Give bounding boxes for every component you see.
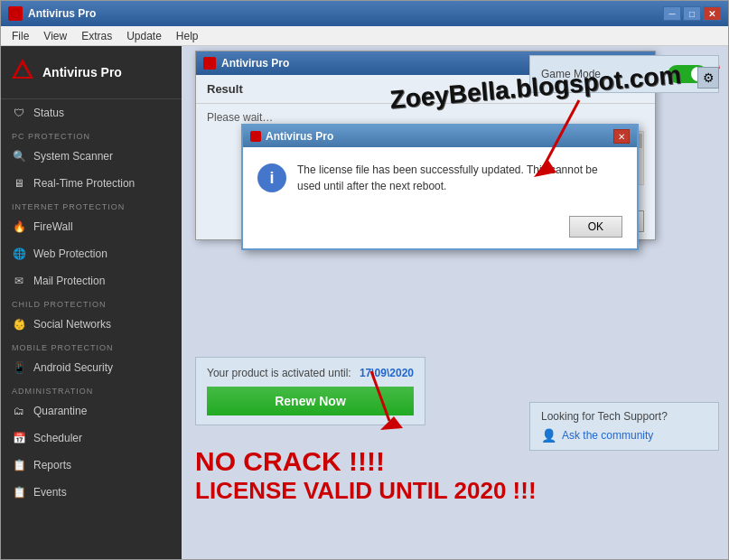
sidebar-item-status[interactable]: 🛡 Status — [1, 99, 182, 126]
menu-update[interactable]: Update — [119, 28, 169, 44]
sidebar-item-quarantine[interactable]: 🗂 Quarantine — [1, 397, 182, 425]
sidebar-reports-label: Reports — [33, 459, 71, 471]
please-wait-text: Please wait… — [207, 111, 644, 124]
outer-window: Antivirus Pro ─ □ ✕ File View Extras Upd… — [0, 0, 729, 560]
product-activation: Your product is activated until: 17\09\2… — [195, 357, 425, 425]
inner-dialog-footer: OK — [243, 209, 637, 248]
inner-dialog-titlebar: Antivirus Pro ✕ — [243, 126, 637, 147]
ok-button[interactable]: OK — [569, 216, 622, 238]
category-internet: INTERNET PROTECTION — [1, 197, 182, 213]
sidebar-item-webprotection[interactable]: 🌐 Web Protection — [1, 240, 182, 267]
sidebar-scanner-label: System Scanner — [33, 150, 113, 163]
sidebar-events-label: Events — [33, 486, 67, 499]
sidebar-item-reports[interactable]: 📋 Reports — [1, 452, 182, 479]
sidebar: Antivirus Pro 🛡 Status PC PROTECTION 🔍 S… — [1, 46, 182, 559]
inner-dialog-message: The license file has been successfully u… — [297, 162, 622, 194]
gear-button-gamemode[interactable]: ⚙ — [697, 67, 719, 89]
watermark-license-valid: LICENSE VALID UNTIL 2020 !!! — [195, 477, 537, 505]
scheduler-icon: 📅 — [12, 431, 26, 445]
support-icon: 👤 — [541, 428, 556, 443]
ask-community-link[interactable]: 👤 Ask the community — [541, 428, 707, 443]
renew-button[interactable]: Renew Now — [207, 387, 414, 415]
minimize-button[interactable]: ─ — [663, 6, 681, 21]
sidebar-app-title: Antivirus Pro — [42, 65, 122, 79]
dialog-app-icon — [203, 57, 216, 70]
inner-app-icon — [250, 131, 261, 142]
sidebar-item-scanner[interactable]: 🔍 System Scanner — [1, 143, 182, 170]
realtime-icon: 🖥 — [12, 176, 26, 191]
sidebar-status-label: Status — [33, 107, 64, 119]
app-icon-outer — [8, 6, 23, 21]
outer-titlebar: Antivirus Pro ─ □ ✕ — [1, 1, 728, 26]
status-icon: 🛡 — [12, 106, 26, 120]
category-mobile: MOBILE PROTECTION — [1, 338, 182, 354]
sidebar-item-scheduler[interactable]: 📅 Scheduler — [1, 425, 182, 452]
sidebar-realtime-label: Real-Time Protection — [33, 177, 135, 190]
scanner-icon: 🔍 — [12, 149, 26, 163]
sidebar-quarantine-label: Quarantine — [33, 405, 87, 417]
menubar: File View Extras Update Help — [1, 26, 728, 46]
sidebar-mail-label: Mail Protection — [33, 275, 105, 287]
menu-help[interactable]: Help — [169, 28, 206, 44]
sidebar-social-label: Social Networks — [33, 318, 111, 331]
dialog-title: Antivirus Pro — [221, 57, 289, 70]
android-icon: 📱 — [12, 360, 26, 375]
inner-dialog-body: i The license file has been successfully… — [243, 147, 637, 209]
support-panel: Looking for Tech Support? 👤 Ask the comm… — [529, 395, 719, 451]
sidebar-item-mail[interactable]: ✉ Mail Protection — [1, 267, 182, 294]
window-controls: ─ □ ✕ — [663, 6, 721, 21]
support-title: Looking for Tech Support? — [541, 410, 707, 423]
maximize-button[interactable]: □ — [683, 6, 701, 21]
inner-dialog-title: Antivirus Pro — [266, 130, 333, 143]
events-icon: 📋 — [12, 485, 26, 499]
watermark-bottom: NO CRACK !!!! LICENSE VALID UNTIL 2020 !… — [195, 446, 537, 505]
sidebar-item-android[interactable]: 📱 Android Security — [1, 354, 182, 381]
activation-label: Your product is activated until: — [207, 367, 351, 379]
sidebar-scheduler-label: Scheduler — [33, 432, 82, 444]
watermark-no-crack: NO CRACK !!!! — [195, 446, 537, 477]
game-mode-row: Game Mode — [529, 55, 719, 93]
support-section: Looking for Tech Support? 👤 Ask the comm… — [529, 402, 719, 451]
support-link-label: Ask the community — [562, 429, 653, 442]
menu-file[interactable]: File — [5, 28, 36, 44]
activation-date: 17\09\2020 — [360, 367, 414, 379]
reports-icon: 📋 — [12, 458, 26, 472]
inner-dialog: Antivirus Pro ✕ i The license file has b… — [241, 124, 639, 250]
category-admin: ADMINISTRATION — [1, 381, 182, 397]
webprotection-icon: 🌐 — [12, 247, 26, 261]
sidebar-android-label: Android Security — [33, 361, 113, 374]
close-button[interactable]: ✕ — [703, 6, 721, 21]
quarantine-icon: 🗂 — [12, 404, 26, 418]
activation-section: Your product is activated until: 17\09\2… — [195, 357, 425, 433]
game-mode-container: Game Mode ⚙ — [529, 55, 719, 100]
sidebar-header: Antivirus Pro — [1, 46, 182, 99]
inner-close-button[interactable]: ✕ — [613, 129, 630, 144]
activation-row: Your product is activated until: 17\09\2… — [207, 367, 414, 379]
sidebar-item-events[interactable]: 📋 Events — [1, 479, 182, 506]
firewall-icon: 🔥 — [12, 219, 26, 234]
content-area: ℜ AVIRA Antivirus Pro ✕ Result Please wa… — [182, 46, 728, 559]
sidebar-item-social[interactable]: 👶 Social Networks — [1, 311, 182, 338]
game-mode-label: Game Mode — [541, 68, 601, 80]
gear-icon: ⚙ — [703, 70, 715, 85]
sidebar-item-realtime[interactable]: 🖥 Real-Time Protection — [1, 170, 182, 197]
category-child: CHILD PROTECTION — [1, 294, 182, 311]
category-pc: PC PROTECTION — [1, 126, 182, 143]
avira-logo — [10, 57, 35, 88]
sidebar-webprotection-label: Web Protection — [33, 247, 107, 260]
info-icon: i — [257, 163, 286, 192]
outer-window-title: Antivirus Pro — [28, 7, 96, 20]
main-layout: Antivirus Pro 🛡 Status PC PROTECTION 🔍 S… — [1, 46, 728, 559]
menu-extras[interactable]: Extras — [74, 28, 119, 44]
sidebar-item-firewall[interactable]: 🔥 FireWall — [1, 213, 182, 240]
right-panel: Game Mode ⚙ — [529, 55, 719, 100]
social-icon: 👶 — [12, 317, 26, 331]
mail-icon: ✉ — [12, 274, 26, 288]
sidebar-firewall-label: FireWall — [33, 220, 73, 233]
menu-view[interactable]: View — [36, 28, 74, 44]
